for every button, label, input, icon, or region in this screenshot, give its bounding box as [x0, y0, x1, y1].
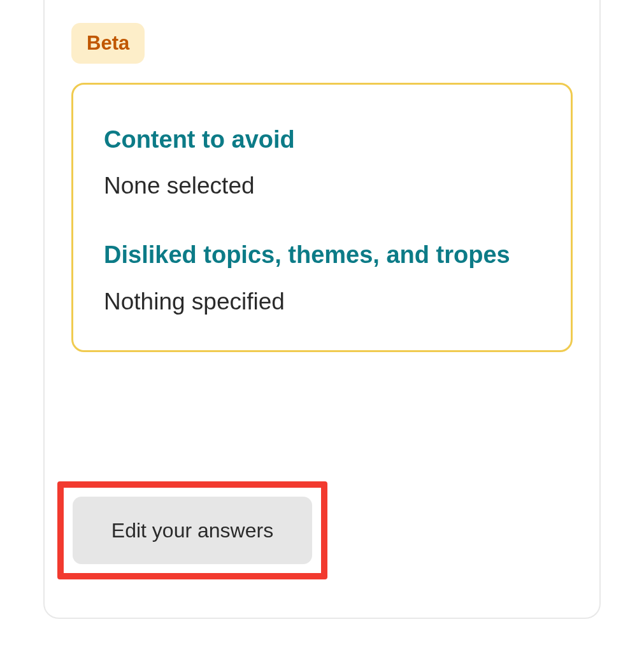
highlight-annotation: Edit your answers [57, 481, 327, 579]
content-preferences-box: Content to avoid None selected Disliked … [71, 83, 573, 352]
section-disliked-topics: Disliked topics, themes, and tropes Noth… [104, 239, 540, 316]
section-content-to-avoid: Content to avoid None selected [104, 124, 540, 201]
section-value: None selected [104, 171, 540, 201]
section-heading: Content to avoid [104, 124, 540, 155]
beta-badge-label: Beta [87, 32, 129, 54]
section-value: Nothing specified [104, 287, 540, 317]
edit-answers-button[interactable]: Edit your answers [73, 497, 312, 564]
beta-badge: Beta [71, 23, 145, 64]
section-heading: Disliked topics, themes, and tropes [104, 239, 540, 271]
